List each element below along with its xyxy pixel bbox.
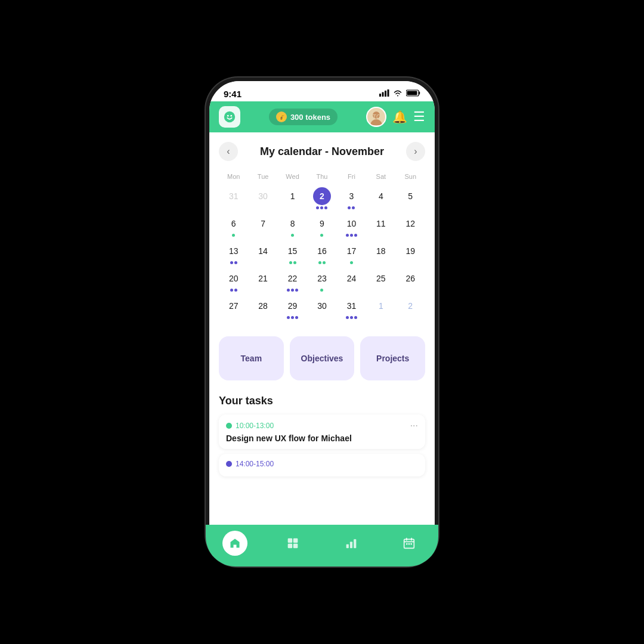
svg-rect-13 [288,538,293,543]
svg-rect-1 [382,92,384,97]
cal-cell-18[interactable]: 18 [366,240,395,267]
svg-rect-19 [354,539,356,548]
nav-calendar[interactable] [397,531,422,556]
cal-cell-11[interactable]: 11 [366,212,395,240]
tokens-display[interactable]: 💰 300 tokens [269,109,338,125]
task-time-2: 14:00-15:00 [226,460,274,468]
cal-cell-20[interactable]: 20 [219,267,248,295]
cal-cell-16[interactable]: 16 [307,240,336,267]
cal-cell-26[interactable]: 26 [396,267,425,295]
svg-point-9 [230,115,232,117]
nav-grid[interactable] [280,531,305,556]
status-icons [379,88,420,99]
notification-bell-icon[interactable]: 🔔 [392,110,407,124]
cal-cell-27[interactable]: 27 [219,295,248,322]
calendar-week-4: 20 21 22 23 24 25 26 [219,267,425,295]
svg-rect-17 [346,544,348,549]
day-header-fri: Fri [337,171,366,185]
task-time-1: 10:00-13:00 [226,422,274,430]
nav-stats[interactable] [339,531,364,556]
task-dot-1 [226,423,232,429]
bottom-nav [209,525,435,563]
projects-card[interactable]: Projects [360,336,425,380]
svg-rect-3 [388,89,389,97]
svg-rect-18 [350,542,352,549]
cal-cell-24[interactable]: 24 [337,267,366,295]
day-header-mon: Mon [219,171,248,185]
svg-point-8 [227,115,229,117]
day-header-sun: Sun [396,171,425,185]
cal-cell-29[interactable]: 29 [278,295,307,322]
cal-cell-25[interactable]: 25 [366,267,395,295]
cal-cell-1-dec[interactable]: 1 [366,295,395,322]
task-menu-icon-1[interactable]: ··· [410,420,418,431]
calendar-grid: Mon Tue Wed Thu Fri Sat Sun 31 30 1 2 [219,171,425,322]
cal-cell-1[interactable]: 1 [278,185,307,212]
cal-cell-22[interactable]: 22 [278,267,307,295]
status-time: 9:41 [224,89,242,99]
calendar-week-1: 31 30 1 2 3 4 5 [219,185,425,212]
cal-cell-3[interactable]: 3 [337,185,366,212]
cal-cell-31[interactable]: 31 [337,295,366,322]
avatar[interactable]: TOR [366,107,386,127]
prev-month-button[interactable]: ‹ [219,142,238,161]
task-time-row-1: 10:00-13:00 ··· [226,420,418,431]
calendar-week-5: 27 28 29 30 31 1 2 [219,295,425,322]
cal-cell-2[interactable]: 2 [307,185,336,212]
task-item-2[interactable]: 14:00-15:00 [219,454,425,476]
quick-actions: Team Objectives Projects [209,332,435,390]
cal-cell-9[interactable]: 9 [307,212,336,240]
cal-cell-7[interactable]: 7 [248,212,277,240]
cal-cell-28[interactable]: 28 [248,295,277,322]
day-header-tue: Tue [248,171,277,185]
day-header-thu: Thu [307,171,336,185]
cal-cell-31-oct[interactable]: 31 [219,185,248,212]
next-month-button[interactable]: › [406,142,425,161]
cal-cell-19[interactable]: 19 [396,240,425,267]
calendar-week-3: 13 14 15 16 17 18 19 [219,240,425,267]
svg-point-7 [224,112,235,122]
home-icon [222,531,247,556]
cal-cell-2-dec[interactable]: 2 [396,295,425,322]
day-header-wed: Wed [278,171,307,185]
svg-text:TOR: TOR [373,114,385,120]
objectives-card[interactable]: Objectives [290,336,355,380]
cal-cell-8[interactable]: 8 [278,212,307,240]
cal-cell-13[interactable]: 13 [219,240,248,267]
cal-cell-5[interactable]: 5 [396,185,425,212]
objectives-label: Objectives [301,354,343,363]
tasks-title: Your tasks [219,395,425,407]
calendar-icon [397,531,422,556]
task-item-1[interactable]: 10:00-13:00 ··· Design new UX flow for M… [219,414,425,449]
cal-cell-15[interactable]: 15 [278,240,307,267]
grid-icon [280,531,305,556]
wifi-icon [393,89,402,98]
cal-cell-12[interactable]: 12 [396,212,425,240]
coin-icon: 💰 [276,112,287,122]
hamburger-menu-icon[interactable]: ☰ [413,109,425,125]
cal-cell-6[interactable]: 6 [219,212,248,240]
nav-home[interactable] [222,531,247,556]
svg-rect-0 [379,94,381,97]
phone-screen: 9:41 [209,81,435,563]
task-dot-2 [226,461,232,467]
projects-label: Projects [376,354,409,363]
app-logo[interactable] [219,106,240,128]
stats-icon [339,531,364,556]
team-card[interactable]: Team [219,336,284,380]
status-bar: 9:41 [209,81,435,101]
cal-cell-4[interactable]: 4 [366,185,395,212]
calendar-section: ‹ My calendar - November › Mon Tue Wed T… [209,132,435,332]
cal-cell-17[interactable]: 17 [337,240,366,267]
calendar-title: My calendar - November [260,145,384,158]
cal-cell-23[interactable]: 23 [307,267,336,295]
tokens-label: 300 tokens [290,113,330,122]
svg-rect-25 [408,543,410,545]
cal-cell-30[interactable]: 30 [307,295,336,322]
cal-cell-10[interactable]: 10 [337,212,366,240]
cal-cell-14[interactable]: 14 [248,240,277,267]
cal-cell-21[interactable]: 21 [248,267,277,295]
svg-rect-24 [406,543,408,545]
cal-cell-30-oct[interactable]: 30 [248,185,277,212]
main-content: ‹ My calendar - November › Mon Tue Wed T… [209,132,435,563]
